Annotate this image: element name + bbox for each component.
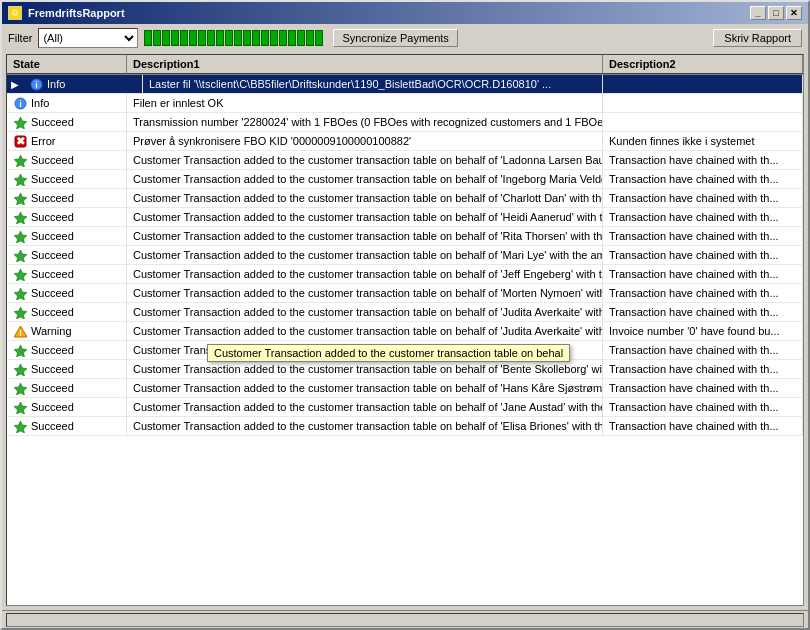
header-state: State: [7, 55, 127, 74]
cell-desc1: Customer Transaction added to the custom…: [127, 151, 603, 169]
minimize-button[interactable]: _: [750, 6, 766, 20]
table-row[interactable]: iInfoFilen er innlest OK: [7, 94, 803, 113]
table-row[interactable]: ✖ErrorPrøver å synkronisere FBO KID '000…: [7, 132, 803, 151]
filter-select[interactable]: (All) Info Succeed Warning Error: [38, 28, 138, 48]
cell-desc2: Transaction have chained with th...: [603, 341, 803, 359]
state-icon-error: ✖: [13, 134, 27, 148]
table-row[interactable]: SucceedCustomer Transaction added to the…: [7, 189, 803, 208]
table-row[interactable]: SucceedCustomer Transaction added to the…: [7, 284, 803, 303]
state-text: Succeed: [31, 363, 74, 375]
cell-desc1: Prøver å synkronisere FBO KID '000000910…: [127, 132, 603, 150]
cell-state: Succeed: [7, 360, 127, 378]
progress-segment-14: [270, 30, 278, 46]
window-title: FremdriftsRapport: [28, 7, 125, 19]
state-icon-succeed: [13, 248, 27, 262]
svg-marker-14: [14, 288, 27, 300]
progress-segment-1: [153, 30, 161, 46]
table-row[interactable]: SucceedCustomer Transaction added to the…: [7, 303, 803, 322]
cell-desc1: Customer Transaction added to the custom…: [127, 265, 603, 283]
state-text: Succeed: [31, 344, 74, 356]
cell-desc2: Kunden finnes ikke i systemet: [603, 132, 803, 150]
cell-desc1: Laster fil '\\tsclient\C\BB5filer\Drifts…: [143, 75, 603, 93]
progress-segment-2: [162, 30, 170, 46]
table-row[interactable]: SucceedCustomer Transaction added to the…: [7, 246, 803, 265]
close-button[interactable]: ✕: [786, 6, 802, 20]
progress-segment-5: [189, 30, 197, 46]
cell-desc1: Customer Transaction added to the custom…: [127, 360, 603, 378]
state-text: Succeed: [31, 401, 74, 413]
cell-desc2: [603, 75, 803, 93]
progress-segment-16: [288, 30, 296, 46]
state-icon-succeed: [13, 267, 27, 281]
cell-desc1: Customer Transaction added to the custom…: [127, 417, 603, 435]
table-row[interactable]: SucceedCustomer Transaction added to the…: [7, 379, 803, 398]
table-row[interactable]: SucceedTransmission number '2280024' wit…: [7, 113, 803, 132]
table-row[interactable]: SucceedCustomer Transaction added to the…: [7, 208, 803, 227]
state-icon-succeed: [13, 172, 27, 186]
state-text: Warning: [31, 325, 72, 337]
progress-bar: [144, 30, 323, 46]
state-icon-succeed: [13, 210, 27, 224]
cell-state: Succeed: [7, 113, 127, 131]
state-text: Info: [47, 78, 65, 90]
cell-state: Succeed: [7, 227, 127, 245]
cell-state: Succeed: [7, 303, 127, 321]
cell-state: Succeed: [7, 151, 127, 169]
svg-marker-20: [14, 383, 27, 395]
state-text: Succeed: [31, 116, 74, 128]
table-row[interactable]: SucceedCustomer Transaction added to the…: [7, 417, 803, 436]
cell-state: Succeed: [7, 265, 127, 283]
table-body[interactable]: ▶iInfoLaster fil '\\tsclient\C\BB5filer\…: [7, 75, 803, 605]
table-row[interactable]: SucceedCustomer Transaction added to the…: [7, 151, 803, 170]
state-icon-succeed: [13, 400, 27, 414]
svg-marker-9: [14, 193, 27, 205]
cell-desc1: Customer Transaction added to the custom…: [127, 246, 603, 264]
progress-segment-0: [144, 30, 152, 46]
table-row[interactable]: SucceedCustomer Transaction added to the…: [7, 170, 803, 189]
cell-desc2: Transaction have chained with th...: [603, 303, 803, 321]
progress-segment-12: [252, 30, 260, 46]
state-text: Succeed: [31, 249, 74, 261]
cell-desc2: Transaction have chained with th...: [603, 379, 803, 397]
progress-segment-10: [234, 30, 242, 46]
state-text: Succeed: [31, 287, 74, 299]
cell-state: iInfo: [7, 94, 127, 112]
svg-marker-7: [14, 155, 27, 167]
cell-desc2: Transaction have chained with th...: [603, 208, 803, 226]
state-icon-succeed: [13, 343, 27, 357]
progress-segment-3: [171, 30, 179, 46]
title-buttons: _ □ ✕: [750, 6, 802, 20]
state-text: Error: [31, 135, 55, 147]
skriv-button[interactable]: Skriv Rapport: [713, 29, 802, 47]
row-arrow-indicator: ▶: [7, 75, 23, 93]
progress-segment-17: [297, 30, 305, 46]
state-icon-succeed: [13, 419, 27, 433]
svg-text:!: !: [19, 328, 22, 338]
cell-desc2: Transaction have chained with th...: [603, 284, 803, 302]
cell-state: Succeed: [7, 246, 127, 264]
cell-desc1: Customer Transaction added to the custom…: [127, 227, 603, 245]
state-icon-succeed: [13, 191, 27, 205]
table-row[interactable]: SucceedCustomer Transaction added to the…: [7, 227, 803, 246]
sync-button[interactable]: Syncronize Payments: [333, 29, 457, 47]
cell-state: Succeed: [7, 284, 127, 302]
cell-desc1: Transmission number '2280024' with 1 FBO…: [127, 113, 603, 131]
maximize-button[interactable]: □: [768, 6, 784, 20]
tooltip-popup: Customer Transaction added to the custom…: [207, 344, 570, 362]
state-icon-info: i: [29, 77, 43, 91]
table-row[interactable]: SucceedCustomer Transaction added to the…: [7, 360, 803, 379]
header-desc1: Description1: [127, 55, 603, 74]
progress-segment-13: [261, 30, 269, 46]
progress-segment-15: [279, 30, 287, 46]
cell-state: Succeed: [7, 341, 127, 359]
svg-marker-15: [14, 307, 27, 319]
cell-desc2: [603, 113, 803, 131]
cell-desc2: Transaction have chained with th...: [603, 265, 803, 283]
progress-segment-11: [243, 30, 251, 46]
state-icon-succeed: [13, 381, 27, 395]
table-row[interactable]: SucceedCustomer Transaction added to the…: [7, 398, 803, 417]
table-row[interactable]: !WarningCustomer Transaction added to th…: [7, 322, 803, 341]
table-row[interactable]: SucceedCustomer Transaction added to the…: [7, 265, 803, 284]
svg-marker-18: [14, 345, 27, 357]
table-row[interactable]: ▶iInfoLaster fil '\\tsclient\C\BB5filer\…: [7, 75, 803, 94]
